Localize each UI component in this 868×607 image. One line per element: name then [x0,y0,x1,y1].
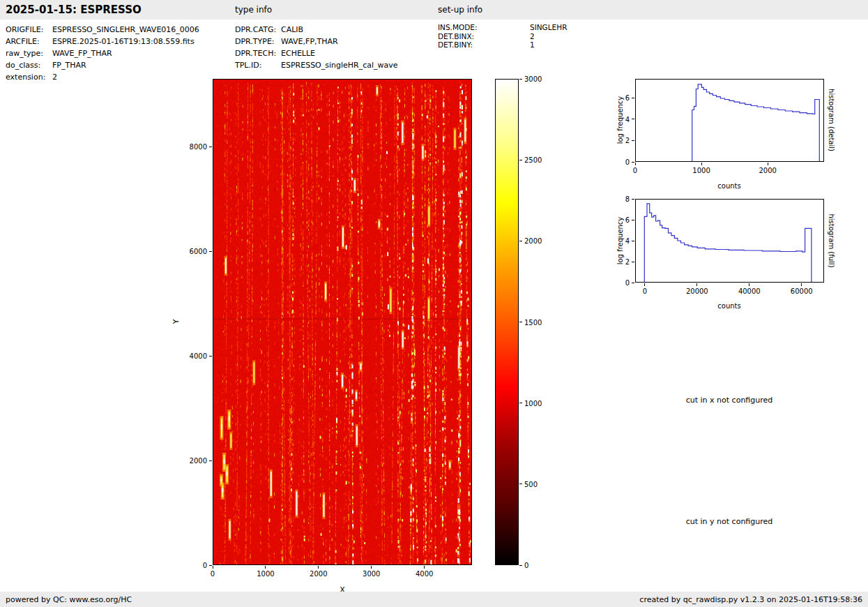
detector-y-axis-label: Y [172,320,181,324]
colorbar-tick-mark [519,484,522,484]
histogram-detail-plot [635,79,824,162]
y-tick-label: 2000 [190,457,207,465]
info-row: TPL.ID:ESPRESSO_singleHR_cal_wave [235,59,398,71]
info-value: ESPRESSO_singleHR_cal_wave [281,61,398,70]
cut-x-notice: cut in x not configured [686,396,773,405]
y-tick-mark [632,162,634,163]
setup-info-block: INS.MODE:SINGLEHRDET.BINX:2DET.BINY:1 [438,23,567,50]
info-label: TPL.ID: [235,59,281,71]
info-label: DET.BINX: [438,32,530,41]
y-tick-label: 4000 [190,352,207,360]
info-label: raw_type: [6,47,52,59]
y-tick-label: 8 [625,195,630,203]
x-tick-mark [696,283,697,286]
footer-bar: powered by QC: www.eso.org/HC created by… [0,592,868,607]
colorbar [495,79,519,565]
y-tick-label: 4 [625,115,630,123]
colorbar-tick-label: 500 [524,480,538,488]
y-tick-mark [632,140,634,141]
info-label: ORIGFILE: [6,24,52,36]
x-tick-label: 2000 [310,570,327,578]
info-row: ORIGFILE:ESPRESSO_SINGLEHR_WAVE016_0006 [6,24,199,36]
x-tick-mark [801,283,802,286]
y-tick-label: 6 [625,94,630,102]
type-info-block: DPR.CATG:CALIBDPR.TYPE:WAVE,FP,THARDPR.T… [235,24,398,71]
x-tick-mark [749,283,749,286]
colorbar-tick-label: 2500 [524,156,542,164]
detector-image [213,80,471,564]
colorbar-tick-label: 0 [524,562,528,569]
qc-report-page: 2025-01-15: ESPRESSO type info set-up in… [0,0,868,607]
info-label: DPR.TYPE: [235,36,281,47]
x-tick-mark [318,566,319,569]
header-bar: 2025-01-15: ESPRESSO type info set-up in… [0,0,868,20]
info-row: DPR.TECH:ECHELLE [235,47,398,59]
y-tick-mark [632,119,634,119]
y-tick-mark [632,283,634,283]
colorbar-tick-label: 1500 [524,318,542,326]
x-tick-label: 4000 [416,570,433,578]
y-tick-mark [209,565,212,566]
colorbar-tick-mark [519,322,522,322]
y-tick-label: 4 [625,237,630,245]
info-label: extension: [6,71,52,83]
info-row: do_class:FP_THAR [6,59,199,71]
x-tick-mark [371,566,372,569]
type-info-heading: type info [235,5,272,15]
info-value: CALIB [281,25,303,34]
info-value: ESPRE.2025-01-16T19:13:08.559.fits [52,37,195,46]
x-tick-label: 2000 [759,167,776,174]
histogram-step-line [692,84,820,161]
x-tick-label: 1000 [257,570,274,578]
y-tick-label: 8000 [190,143,207,151]
info-value: ESPRESSO_SINGLEHR_WAVE016_0006 [52,25,199,34]
y-tick-mark [209,147,212,147]
y-tick-label: 6 [625,216,630,224]
histogram-detail-line-chart [636,80,823,161]
histogram-full-x-axis-label: counts [717,302,740,310]
histogram-full-title: histogram (full) [828,213,835,267]
x-tick-label: 0 [211,570,215,578]
x-tick-mark [768,163,768,165]
x-tick-label: 0 [633,167,637,174]
info-value: WAVE_FP_THAR [52,49,112,58]
info-value: SINGLEHR [530,23,567,31]
histogram-detail-title: histogram (detail) [828,89,835,151]
info-value: ECHELLE [281,49,315,58]
histogram-detail-y-axis-label: log frequency [616,96,624,144]
info-label: do_class: [6,59,52,71]
info-value: WAVE,FP,THAR [281,37,338,46]
y-tick-label: 2 [625,137,630,144]
info-label: DPR.CATG: [235,24,281,36]
info-label: INS.MODE: [438,23,530,32]
info-row: INS.MODE:SINGLEHR [438,23,567,32]
setup-info-heading: set-up info [438,5,482,15]
colorbar-tick-mark [519,403,522,403]
y-tick-mark [209,356,212,357]
x-tick-label: 60000 [791,287,813,295]
info-row: extension:2 [6,71,199,83]
colorbar-tick-mark [519,241,522,241]
info-value: 2 [52,73,57,82]
y-tick-label: 6000 [190,248,207,255]
x-tick-label: 1000 [692,167,710,174]
histogram-full-y-axis-label: log frequency [616,217,624,265]
info-row: DPR.TYPE:WAVE,FP,THAR [235,36,398,47]
histogram-step-line [644,204,812,282]
info-label: ARCFILE: [6,36,52,47]
info-value: 1 [530,40,535,49]
y-tick-label: 0 [625,279,630,287]
y-tick-label: 0 [625,158,630,166]
colorbar-tick-label: 2000 [524,237,542,245]
x-tick-mark [265,566,266,569]
colorbar-tick-mark [519,160,522,160]
x-tick-mark [635,163,636,165]
footer-powered-by: powered by QC: www.eso.org/HC [6,595,132,604]
info-value: FP_THAR [52,61,86,70]
x-tick-label: 3000 [363,570,380,578]
y-tick-mark [632,241,634,241]
histogram-full-line-chart [636,200,823,282]
colorbar-tick-label: 3000 [524,75,542,83]
colorbar-tick-mark [519,565,522,566]
info-value: 2 [530,32,535,40]
